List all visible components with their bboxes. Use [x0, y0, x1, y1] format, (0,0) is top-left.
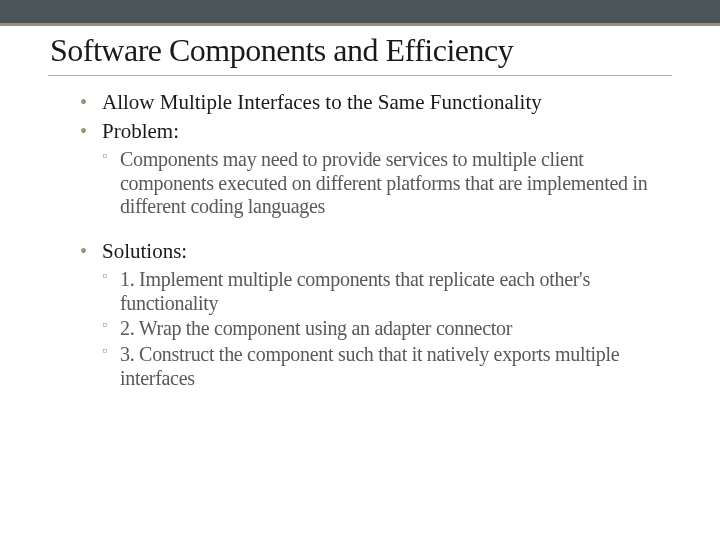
sub-item: 3. Construct the component such that it … [102, 343, 670, 390]
spacer [50, 221, 670, 239]
bullet-item: Problem: [80, 119, 670, 144]
bullet-item: Allow Multiple Interfaces to the Same Fu… [80, 90, 670, 115]
sub-item: Components may need to provide services … [102, 148, 670, 219]
problem-sublist: Components may need to provide services … [50, 148, 670, 219]
bullet-item: Solutions: [80, 239, 670, 264]
solutions-sublist: 1. Implement multiple components that re… [50, 268, 670, 390]
header-bar [0, 0, 720, 26]
main-bullet-list: Solutions: [50, 239, 670, 264]
slide-content: Software Components and Efficiency Allow… [0, 26, 720, 390]
sub-item: 2. Wrap the component using an adapter c… [102, 317, 670, 341]
slide-title: Software Components and Efficiency [50, 32, 670, 69]
title-divider [48, 75, 672, 76]
sub-item: 1. Implement multiple components that re… [102, 268, 670, 315]
main-bullet-list: Allow Multiple Interfaces to the Same Fu… [50, 90, 670, 144]
